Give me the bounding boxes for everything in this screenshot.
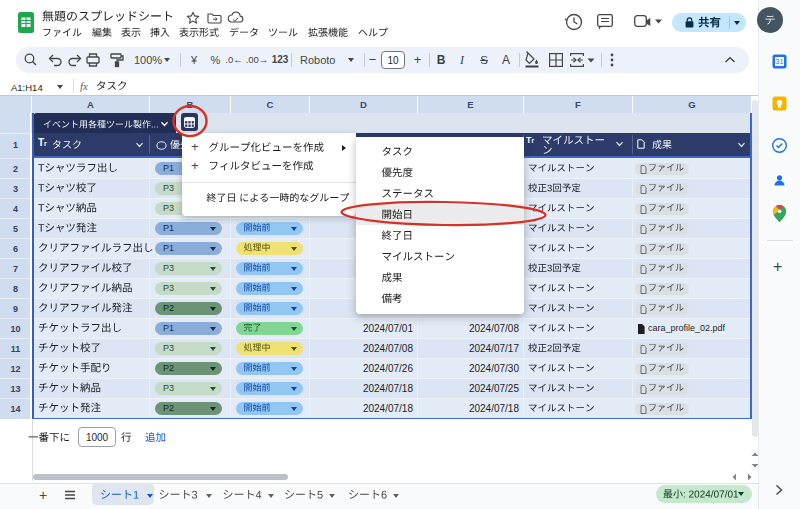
svg-text:31: 31 bbox=[776, 58, 784, 65]
